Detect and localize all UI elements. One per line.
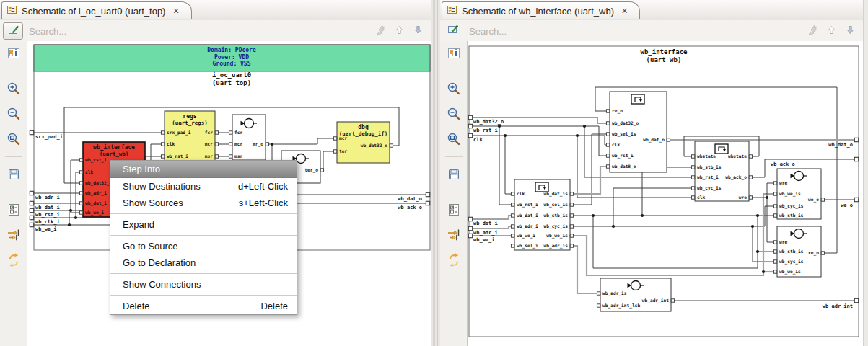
pin-wb_rst_i[interactable]: [511, 203, 514, 206]
find-next-icon[interactable]: [413, 25, 424, 38]
menu-item-step-into[interactable]: Step Into: [110, 161, 297, 178]
search-input[interactable]: [468, 22, 773, 40]
pin-we_o[interactable]: [821, 198, 824, 201]
find-previous-icon[interactable]: [394, 25, 405, 38]
port-marker[interactable]: [30, 216, 33, 219]
port-marker[interactable]: [854, 157, 858, 161]
find-previous-icon[interactable]: [826, 25, 837, 38]
port-marker[interactable]: [468, 124, 472, 128]
trace-signals-icon[interactable]: [5, 226, 22, 244]
zoom-fit-icon[interactable]: [5, 130, 22, 148]
port-marker[interactable]: [468, 234, 472, 237]
pin-wb_adr_i[interactable]: [79, 192, 82, 195]
port-marker[interactable]: [854, 198, 858, 201]
pin-wbstate[interactable]: [749, 155, 752, 158]
pin-mcr[interactable]: [215, 143, 218, 146]
pin-wb_we_i[interactable]: [511, 234, 514, 237]
new-search-button[interactable]: [443, 22, 462, 38]
schematic-block-dbg[interactable]: dbg(uart_debug_if)mcrterwb_dat32_o: [333, 122, 393, 163]
pin-wb_adr_int_lsb[interactable]: [597, 304, 600, 307]
pin-wre[interactable]: [773, 241, 776, 244]
schematic-right[interactable]: wb_interface(uart_wb)re_owb_dat32_owb_se…: [468, 41, 863, 345]
zoom-fit-icon[interactable]: [445, 130, 463, 148]
schematic-block[interactable]: wbstatewb_stb_iswb_rst_iwb_cyc_isclkwbst…: [691, 141, 752, 201]
pin-wb_sel_is[interactable]: [606, 133, 609, 136]
new-search-button[interactable]: [3, 22, 23, 40]
pin-wb_sel_i[interactable]: [511, 244, 514, 247]
zoom-out-icon[interactable]: [445, 105, 463, 123]
port-marker[interactable]: [426, 192, 429, 196]
pin-clk[interactable]: [606, 143, 609, 146]
port-marker[interactable]: [468, 115, 472, 119]
pin-wre[interactable]: [749, 196, 752, 199]
tab-close-icon[interactable]: ✕: [621, 6, 628, 16]
port-marker[interactable]: [30, 223, 33, 226]
properties-icon[interactable]: [445, 45, 463, 62]
pin-clk[interactable]: [79, 171, 82, 174]
pin-wb_we_i[interactable]: [79, 211, 82, 214]
port-marker[interactable]: [468, 226, 472, 230]
pin-wb_stb_is[interactable]: [691, 166, 694, 169]
pin-ter[interactable]: [333, 150, 336, 153]
save-icon[interactable]: [445, 166, 463, 183]
properties-icon[interactable]: [5, 45, 22, 62]
schematic-canvas-right[interactable]: wb_interface(uart_wb)re_owb_dat32_owb_se…: [468, 41, 863, 346]
tab-schematic-uart-top[interactable]: Schematic of i_oc_uart0 (uart_top) ✕: [1, 1, 192, 19]
tab-close-icon[interactable]: ✕: [172, 6, 179, 16]
pin-ter_o[interactable]: [320, 169, 323, 172]
pin-mcr[interactable]: [229, 143, 232, 146]
pin-wb_adr_is[interactable]: [570, 244, 573, 247]
pin-wb_dat_o[interactable]: [667, 138, 670, 141]
pin-fcr[interactable]: [229, 131, 232, 134]
pin-wb_dat32_o[interactable]: [606, 122, 609, 125]
pin-msr[interactable]: [229, 155, 232, 158]
pin-wb_dat_is[interactable]: [570, 192, 573, 195]
pin-wb_we_is[interactable]: [773, 270, 776, 273]
pin-srx_pad_i[interactable]: [161, 131, 164, 134]
pin-wbstate[interactable]: [691, 155, 694, 158]
pin-wb_rst_i[interactable]: [606, 154, 609, 157]
pin-clk[interactable]: [511, 192, 514, 195]
menu-item-show-destinations[interactable]: Show Destinationsd+Left-Click: [110, 178, 297, 195]
port-marker[interactable]: [854, 298, 858, 302]
port-marker[interactable]: [854, 138, 858, 141]
pin-wb_dat_i[interactable]: [79, 202, 82, 205]
pin-clk[interactable]: [691, 196, 694, 199]
pin-wb_dat8_o[interactable]: [606, 165, 609, 168]
pin-clk[interactable]: [161, 143, 164, 146]
schematic-block[interactable]: wrewb_we_iswb_cyc_iswb_stb_iswe_o: [773, 169, 824, 219]
port-marker[interactable]: [30, 191, 33, 195]
schematic-block[interactable]: wb_adr_iswb_adr_int_lsbwb_adr_int: [597, 278, 674, 311]
panel-divider[interactable]: [431, 0, 440, 346]
pin-wb_dat32_o[interactable]: [390, 144, 393, 147]
pin-wb_stb_is[interactable]: [773, 214, 776, 217]
zoom-out-icon[interactable]: [5, 105, 22, 123]
port-marker[interactable]: [468, 217, 472, 221]
pin-wb_rst_i[interactable]: [161, 155, 164, 158]
port-marker[interactable]: [30, 208, 33, 212]
pin-mr_o[interactable]: [266, 143, 268, 146]
save-icon[interactable]: [5, 166, 22, 183]
schematic-block[interactable]: re_owb_dat32_owb_sel_isclkwb_rst_iwb_dat…: [606, 92, 670, 172]
pin-wb_stb_is[interactable]: [570, 214, 573, 217]
port-marker[interactable]: [30, 130, 33, 134]
pin-wb_adr_is[interactable]: [597, 292, 600, 295]
pin-mcr[interactable]: [333, 137, 336, 140]
swap-views-icon[interactable]: [5, 252, 22, 269]
pin-wb_sel_is[interactable]: [570, 203, 573, 206]
pin-wb_rst_i[interactable]: [79, 159, 82, 161]
find-next-icon[interactable]: [845, 25, 856, 38]
pin-wb_cyc_is[interactable]: [773, 260, 776, 263]
port-marker[interactable]: [426, 201, 429, 205]
menu-item-show-sources[interactable]: Show Sourcess+Left-Click: [110, 195, 297, 211]
menu-item-go-to-source[interactable]: Go to Source: [110, 238, 297, 254]
pin-wb_stb_is[interactable]: [773, 250, 776, 253]
clear-highlight-icon[interactable]: [374, 24, 386, 38]
pin-wb_dat_i[interactable]: [511, 214, 514, 217]
trace-signals-icon[interactable]: [445, 226, 463, 244]
pin-fcr[interactable]: [215, 131, 218, 134]
pin-wb_cyc_is[interactable]: [570, 225, 573, 228]
vertical-scrollbar[interactable]: [863, 0, 868, 346]
tab-schematic-uart-wb[interactable]: Schematic of wb_interface (uart_wb) ✕: [442, 1, 640, 19]
schematic-block[interactable]: fcrmcrmsrmr_o: [229, 115, 268, 160]
